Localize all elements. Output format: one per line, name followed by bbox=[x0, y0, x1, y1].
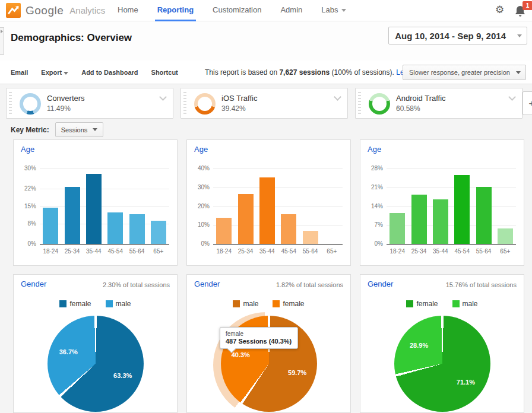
segment-card-ios[interactable]: iOS Traffic 39.42% bbox=[180, 88, 348, 119]
nav-item-labs[interactable]: Labs bbox=[312, 0, 355, 21]
gridline bbox=[40, 169, 169, 169]
drag-handle-icon[interactable] bbox=[183, 92, 186, 115]
chevron-down-icon bbox=[516, 71, 521, 74]
bar-18-24[interactable] bbox=[390, 213, 405, 244]
main-nav: Home Reporting Customization Admin Labs bbox=[108, 0, 356, 21]
x-tick-label: 65+ bbox=[321, 248, 343, 255]
gridline bbox=[213, 169, 343, 169]
gridline bbox=[387, 206, 516, 207]
segment-name: Android Traffic bbox=[396, 94, 446, 103]
x-tick-label: 35-44 bbox=[256, 248, 278, 255]
bar-plot: 0%7%14%21%28%18-2425-3435-4445-5455-6465… bbox=[360, 140, 524, 265]
age-chart-converters: Age 0%8%15%22%30%18-2425-3435-4445-5455-… bbox=[13, 139, 178, 266]
x-tick-label: 25-34 bbox=[61, 248, 83, 255]
y-tick-label: 7% bbox=[360, 221, 383, 228]
tooltip-slice-value: 487 Sessions (40.3%) bbox=[226, 338, 292, 345]
segment-card-converters[interactable]: Converters 11.49% bbox=[6, 88, 173, 119]
y-tick-label: 8% bbox=[14, 220, 36, 227]
date-range-selector[interactable]: Aug 10, 2014 - Sep 9, 2014 bbox=[388, 27, 527, 45]
bar-18-24[interactable] bbox=[43, 208, 58, 244]
logo[interactable]: GoogleAnalytics bbox=[6, 3, 105, 18]
bar-25-34[interactable] bbox=[238, 194, 254, 244]
note-prefix: This report is based on bbox=[205, 68, 279, 77]
add-segment-button[interactable]: + bbox=[522, 91, 532, 115]
chevron-down-icon[interactable] bbox=[334, 93, 341, 101]
y-tick-label: 21% bbox=[360, 184, 383, 190]
note-suffix: (100% of sessions). bbox=[330, 68, 396, 77]
nav-item-customization[interactable]: Customization bbox=[203, 0, 271, 21]
pie-slice-label: 63.3% bbox=[113, 372, 132, 379]
x-axis-line bbox=[40, 244, 169, 245]
segment-name: iOS Traffic bbox=[221, 94, 257, 103]
nav-item-home[interactable]: Home bbox=[108, 0, 148, 21]
key-metric-label: Key Metric: bbox=[11, 126, 49, 134]
gender-chart-ios: Gender 1.82% of total sessions malefemal… bbox=[186, 274, 351, 413]
report-note: This report is based on 7,627 sessions (… bbox=[205, 61, 433, 84]
pie-chart[interactable] bbox=[394, 316, 490, 412]
chevron-down-icon[interactable] bbox=[508, 93, 516, 101]
notification-badge[interactable]: 1 bbox=[522, 1, 532, 10]
chevron-down-icon[interactable] bbox=[159, 93, 167, 101]
bar-45-54[interactable] bbox=[107, 212, 123, 244]
zigzag-chart-icon bbox=[8, 5, 19, 16]
gear-icon[interactable]: ⚙ bbox=[495, 4, 504, 16]
email-button[interactable]: Email bbox=[11, 69, 28, 76]
x-tick-label: 55-64 bbox=[299, 248, 321, 255]
y-tick-label: 40% bbox=[187, 165, 210, 171]
bar-35-44[interactable] bbox=[433, 199, 448, 244]
bar-25-34[interactable] bbox=[411, 195, 427, 244]
bar-45-54[interactable] bbox=[454, 175, 470, 244]
bar-55-64[interactable] bbox=[303, 231, 318, 244]
add-to-dashboard-button[interactable]: Add to Dashboard bbox=[81, 69, 138, 76]
sidebar-collapse-tab[interactable] bbox=[0, 27, 4, 55]
gridline bbox=[387, 188, 516, 188]
key-metric-control: Key Metric: Sessions bbox=[11, 122, 103, 137]
bar-65+[interactable] bbox=[151, 221, 166, 244]
nav-item-admin[interactable]: Admin bbox=[271, 0, 312, 21]
y-tick-label: 0% bbox=[360, 240, 383, 247]
y-tick-label: 0% bbox=[187, 240, 210, 247]
google-analytics-app: GoogleAnalytics Home Reporting Customiza… bbox=[0, 0, 532, 413]
x-tick-label: 45-54 bbox=[104, 248, 126, 255]
bar-55-64[interactable] bbox=[129, 214, 145, 244]
export-button[interactable]: Export bbox=[41, 69, 68, 76]
x-axis-line bbox=[387, 244, 516, 245]
nav-item-reporting[interactable]: Reporting bbox=[148, 0, 203, 21]
bar-65+[interactable] bbox=[498, 228, 513, 244]
export-button-label: Export bbox=[41, 69, 62, 76]
gridline bbox=[40, 224, 169, 224]
page-title: Demographics: Overview bbox=[11, 32, 132, 44]
bar-18-24[interactable] bbox=[216, 218, 232, 244]
precision-selector[interactable]: Slower response, greater precision bbox=[403, 65, 526, 80]
pie-chart[interactable] bbox=[48, 316, 144, 412]
report-toolbar: Email Export Add to Dashboard Shortcut T… bbox=[0, 61, 532, 84]
bar-45-54[interactable] bbox=[281, 214, 296, 244]
key-metric-dropdown[interactable]: Sessions bbox=[55, 122, 104, 137]
drag-handle-icon[interactable] bbox=[358, 92, 361, 115]
chevron-down-icon bbox=[64, 72, 68, 75]
pie-slice-label: 36.7% bbox=[59, 348, 78, 355]
y-tick-label: 20% bbox=[187, 203, 210, 209]
bar-35-44[interactable] bbox=[259, 177, 275, 244]
x-tick-label: 25-34 bbox=[408, 248, 429, 255]
y-tick-label: 14% bbox=[360, 203, 383, 209]
report-content: Converters 11.49% iOS Traffic 39.42% And… bbox=[0, 84, 532, 413]
shortcut-button[interactable]: Shortcut bbox=[151, 69, 178, 76]
segment-donut-icon bbox=[20, 93, 41, 115]
gender-chart-converters: Gender 2.30% of total sessions femalemal… bbox=[13, 274, 178, 413]
pie-slice-label: 40.3% bbox=[232, 351, 250, 358]
segment-percent: 39.42% bbox=[221, 104, 246, 113]
segment-card-android[interactable]: Android Traffic 60.58% bbox=[355, 88, 522, 119]
x-tick-label: 18-24 bbox=[213, 248, 235, 255]
top-nav: GoogleAnalytics Home Reporting Customiza… bbox=[0, 0, 532, 21]
x-tick-label: 18-24 bbox=[40, 248, 61, 255]
x-tick-label: 45-54 bbox=[278, 248, 299, 255]
drag-handle-icon[interactable] bbox=[9, 92, 12, 115]
bar-25-34[interactable] bbox=[65, 187, 80, 244]
analytics-logo-icon bbox=[6, 3, 21, 18]
x-tick-label: 65+ bbox=[148, 248, 169, 255]
bar-35-44[interactable] bbox=[86, 174, 102, 244]
session-count: 7,627 sessions bbox=[279, 68, 330, 77]
bar-55-64[interactable] bbox=[476, 187, 492, 244]
tooltip-slice-label: female bbox=[226, 331, 292, 337]
